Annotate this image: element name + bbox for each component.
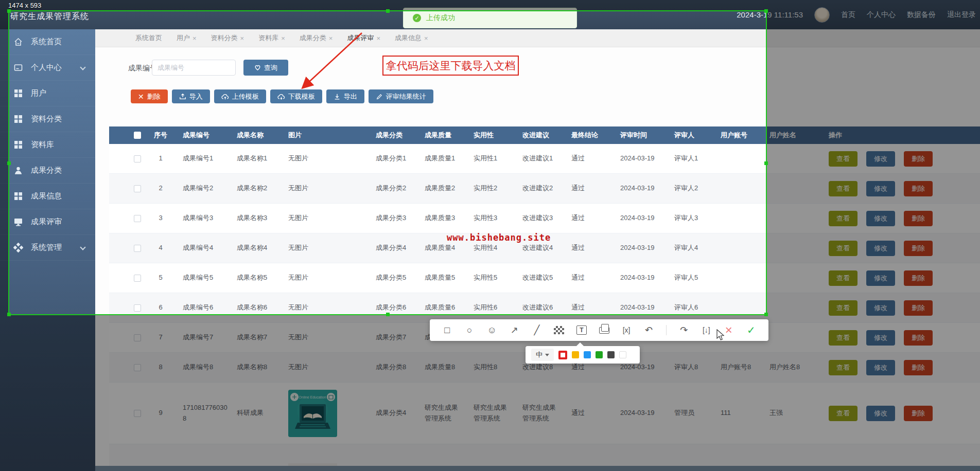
tab-material-library[interactable]: 资料库×: [256, 32, 287, 44]
sidebar-item-material-category[interactable]: 资料分类: [0, 106, 95, 132]
review-stats-button[interactable]: 评审结果统计: [369, 89, 433, 103]
sidebar-item-result-review[interactable]: 成果评审: [0, 209, 95, 235]
delete-row-button[interactable]: 删除: [904, 406, 933, 421]
edit-button[interactable]: 修改: [866, 406, 895, 421]
edit-button[interactable]: 修改: [866, 330, 895, 346]
view-button[interactable]: 查看: [829, 241, 857, 256]
result-image[interactable]: Online Education: [288, 390, 337, 437]
search-input[interactable]: [152, 60, 236, 76]
confirm-icon[interactable]: ✓: [746, 325, 756, 335]
query-button[interactable]: 查询: [243, 60, 288, 76]
color-swatch-dark-gray[interactable]: [607, 351, 615, 358]
delete-row-button[interactable]: 删除: [904, 241, 933, 256]
share-icon[interactable]: ↷: [679, 325, 689, 335]
row-checkbox[interactable]: [134, 334, 141, 341]
edit-button[interactable]: 修改: [866, 270, 895, 286]
tab-close-icon[interactable]: ×: [281, 34, 285, 42]
view-button[interactable]: 查看: [829, 181, 857, 196]
sidebar-item-profile-center[interactable]: 个人中心: [0, 55, 95, 81]
tab-close-icon[interactable]: ×: [240, 34, 244, 42]
ellipse-tool-icon[interactable]: ○: [464, 325, 475, 335]
mosaic-tool-icon[interactable]: [554, 326, 564, 334]
sidebar-item-system-home[interactable]: 系统首页: [0, 29, 95, 55]
arrow-tool-icon[interactable]: ↗: [509, 325, 519, 335]
row-checkbox[interactable]: [134, 304, 141, 312]
table-row[interactable]: 6 成果编号6 成果名称6 无图片 成果分类6 成果质量6 实用性6 改进建议6…: [109, 293, 980, 323]
row-checkbox[interactable]: [134, 215, 141, 222]
row-checkbox[interactable]: [134, 275, 141, 282]
cell-utility: 实用性2: [464, 174, 513, 203]
logout-link[interactable]: 退出登录: [947, 10, 976, 20]
sidebar-item-result-category[interactable]: 成果分类: [0, 158, 95, 184]
view-button[interactable]: 查看: [829, 211, 857, 226]
horizontal-scrollbar[interactable]: [95, 466, 980, 471]
table-row[interactable]: 5 成果编号5 成果名称5 无图片 成果分类5 成果质量5 实用性5 改进建议5…: [109, 263, 980, 293]
cell-code: 成果编号5: [173, 263, 227, 293]
tab-close-icon[interactable]: ×: [376, 34, 380, 42]
row-checkbox[interactable]: [134, 410, 141, 417]
edit-button[interactable]: 修改: [866, 151, 895, 167]
delete-row-button[interactable]: 删除: [904, 211, 933, 226]
table-row[interactable]: 3 成果编号3 成果名称3 无图片 成果分类3 成果质量3 实用性3 改进建议3…: [109, 204, 980, 233]
row-checkbox[interactable]: [134, 185, 141, 192]
delete-row-button[interactable]: 删除: [904, 300, 933, 316]
pen-tool-icon[interactable]: ╱: [532, 325, 542, 335]
copy-tool-icon[interactable]: [599, 327, 609, 334]
delete-row-button[interactable]: 删除: [904, 181, 933, 196]
view-button[interactable]: 查看: [829, 300, 857, 316]
delete-row-button[interactable]: 删除: [904, 360, 933, 375]
upload-template-button[interactable]: 上传模板: [214, 89, 266, 103]
cell-conclusion: 通过: [562, 174, 611, 203]
tab-home[interactable]: 系统首页: [133, 32, 164, 44]
rectangle-tool-icon[interactable]: □: [442, 325, 452, 335]
view-button[interactable]: 查看: [829, 360, 857, 375]
view-button[interactable]: 查看: [829, 406, 857, 421]
home-link[interactable]: 首页: [841, 10, 855, 20]
edit-button[interactable]: 修改: [866, 241, 895, 256]
color-swatch-green[interactable]: [596, 351, 603, 358]
row-checkbox[interactable]: [134, 364, 141, 371]
tab-result-info[interactable]: 成果信息×: [393, 32, 430, 44]
select-all-checkbox[interactable]: [134, 132, 141, 139]
stroke-size-select[interactable]: 中: [531, 349, 554, 361]
text-tool-icon[interactable]: T: [576, 325, 587, 335]
data-backup-link[interactable]: 数据备份: [907, 10, 936, 20]
undo-icon[interactable]: ↶: [644, 325, 654, 335]
view-button[interactable]: 查看: [829, 270, 857, 286]
row-checkbox[interactable]: [134, 245, 141, 252]
sidebar-item-users[interactable]: 用户: [0, 81, 95, 106]
user-avatar[interactable]: [814, 7, 830, 23]
tab-material-category[interactable]: 资料分类×: [209, 32, 247, 44]
edit-button[interactable]: 修改: [866, 181, 895, 196]
delete-button[interactable]: ✕ 删除: [131, 89, 168, 103]
color-swatch-blue[interactable]: [584, 351, 591, 358]
sidebar-item-result-info[interactable]: 成果信息: [0, 184, 95, 209]
save-icon[interactable]: [↓]: [701, 327, 711, 334]
color-swatch-white[interactable]: [619, 351, 626, 358]
table-row[interactable]: 9 1710817760308 科研成果 Online Education 成果…: [109, 383, 980, 444]
sidebar-item-system-manage[interactable]: 系统管理: [0, 235, 95, 261]
tab-users[interactable]: 用户×: [174, 32, 199, 44]
edit-button[interactable]: 修改: [866, 211, 895, 226]
emoji-tool-icon[interactable]: ☺: [487, 325, 497, 335]
table-row[interactable]: 2 成果编号2 成果名称2 无图片 成果分类2 成果质量2 实用性2 改进建议2…: [109, 174, 980, 204]
view-button[interactable]: 查看: [829, 151, 857, 167]
tab-close-icon[interactable]: ×: [192, 34, 197, 42]
color-swatch-yellow[interactable]: [572, 351, 579, 358]
profile-center-link[interactable]: 个人中心: [867, 10, 896, 20]
table-row[interactable]: 1 成果编号1 成果名称1 无图片 成果分类1 成果质量1 实用性1 改进建议1…: [109, 144, 980, 174]
row-checkbox[interactable]: [134, 155, 141, 162]
color-swatch-red[interactable]: [558, 351, 567, 359]
sidebar-item-material-library[interactable]: 资料库: [0, 132, 95, 158]
delete-row-button[interactable]: 删除: [904, 330, 933, 346]
delete-row-button[interactable]: 删除: [904, 151, 933, 167]
cell-utility: 实用性6: [464, 293, 513, 322]
header-nav: 首页个人中心数据备份退出登录: [841, 10, 976, 20]
edit-button[interactable]: 修改: [866, 360, 895, 375]
import-button[interactable]: 导入: [172, 89, 210, 103]
delete-row-button[interactable]: 删除: [904, 270, 933, 286]
tab-close-icon[interactable]: ×: [424, 34, 428, 42]
edit-button[interactable]: 修改: [866, 300, 895, 316]
view-button[interactable]: 查看: [829, 330, 857, 346]
ocr-tool-icon[interactable]: [x]: [621, 327, 632, 334]
